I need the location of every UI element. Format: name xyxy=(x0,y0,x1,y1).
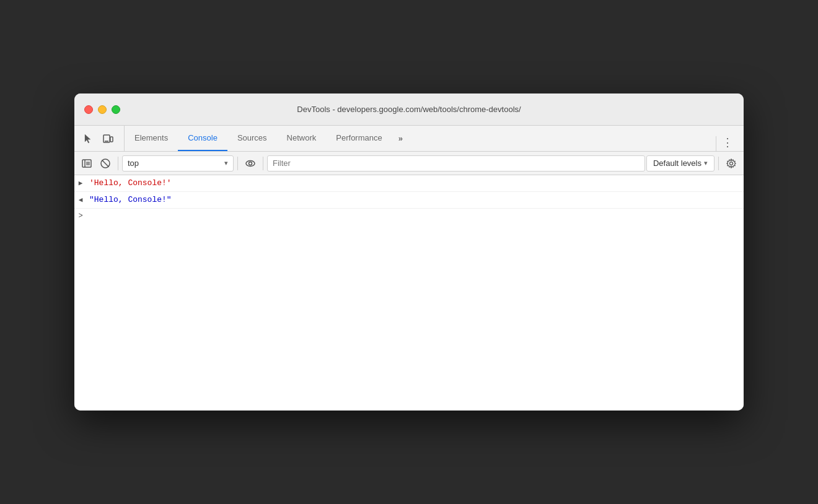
filter-input[interactable] xyxy=(267,155,645,172)
tab-performance[interactable]: Performance xyxy=(326,126,392,151)
tab-divider xyxy=(716,136,716,151)
svg-line-9 xyxy=(102,160,109,167)
inspect-icon[interactable] xyxy=(79,130,97,147)
toolbar-divider-2 xyxy=(237,157,238,170)
toolbar-divider-1 xyxy=(118,157,118,170)
output-text-1: 'Hello, Console!' xyxy=(89,178,172,189)
cursor-svg xyxy=(82,133,94,144)
eye-icon xyxy=(245,159,255,168)
devtools-menu-button[interactable]: ⋮ xyxy=(719,134,736,151)
device-svg xyxy=(102,133,113,144)
gear-icon xyxy=(726,159,736,168)
clear-console-button[interactable] xyxy=(97,155,114,172)
device-toggle-icon[interactable] xyxy=(99,130,117,147)
tab-console[interactable]: Console xyxy=(178,126,227,151)
console-toolbar: top ▾ Default levels ▾ xyxy=(74,152,744,175)
traffic-lights xyxy=(84,105,120,114)
svg-point-12 xyxy=(730,162,733,165)
tab-bar-controls xyxy=(79,126,125,151)
tab-network[interactable]: Network xyxy=(277,126,327,151)
tab-elements[interactable]: Elements xyxy=(125,126,178,151)
console-output: ▶ 'Hello, Console!' ◀ "Hello, Console!" … xyxy=(74,175,744,411)
context-select[interactable]: top ▾ xyxy=(122,155,234,172)
console-input-row-1: ◀ "Hello, Console!" xyxy=(74,192,744,209)
collapse-arrow-1[interactable]: ◀ xyxy=(74,196,87,204)
levels-arrow: ▾ xyxy=(704,159,708,167)
console-repl-input[interactable] xyxy=(89,211,739,220)
svg-rect-1 xyxy=(110,137,113,142)
tab-bar: Elements Console Sources Network Perform… xyxy=(74,126,744,152)
console-prompt-line: > xyxy=(74,209,744,223)
sidebar-icon xyxy=(82,159,92,168)
svg-point-11 xyxy=(249,162,252,165)
expand-arrow-1[interactable]: ▶ xyxy=(74,179,87,187)
clear-icon xyxy=(100,159,110,168)
main-tabs: Elements Console Sources Network Perform… xyxy=(125,126,409,151)
watch-expressions-button[interactable] xyxy=(242,155,259,172)
toolbar-divider-3 xyxy=(263,157,263,170)
tab-more-button[interactable]: » xyxy=(392,126,409,151)
devtools-window: DevTools - developers.google.com/web/too… xyxy=(74,93,744,411)
input-text-1: "Hello, Console!" xyxy=(89,194,172,206)
prompt-arrow: > xyxy=(74,212,87,220)
sidebar-toggle-button[interactable] xyxy=(78,155,95,172)
title-bar: DevTools - developers.google.com/web/too… xyxy=(74,93,744,126)
close-button[interactable] xyxy=(84,105,93,114)
window-title: DevTools - developers.google.com/web/too… xyxy=(297,105,521,114)
minimize-button[interactable] xyxy=(98,105,107,114)
settings-button[interactable] xyxy=(723,155,740,172)
console-output-row-1: ▶ 'Hello, Console!' xyxy=(74,175,744,192)
tab-sources[interactable]: Sources xyxy=(227,126,277,151)
log-levels-button[interactable]: Default levels ▾ xyxy=(646,155,715,172)
maximize-button[interactable] xyxy=(112,105,120,114)
toolbar-divider-4 xyxy=(718,157,719,170)
context-arrow: ▾ xyxy=(224,159,228,167)
